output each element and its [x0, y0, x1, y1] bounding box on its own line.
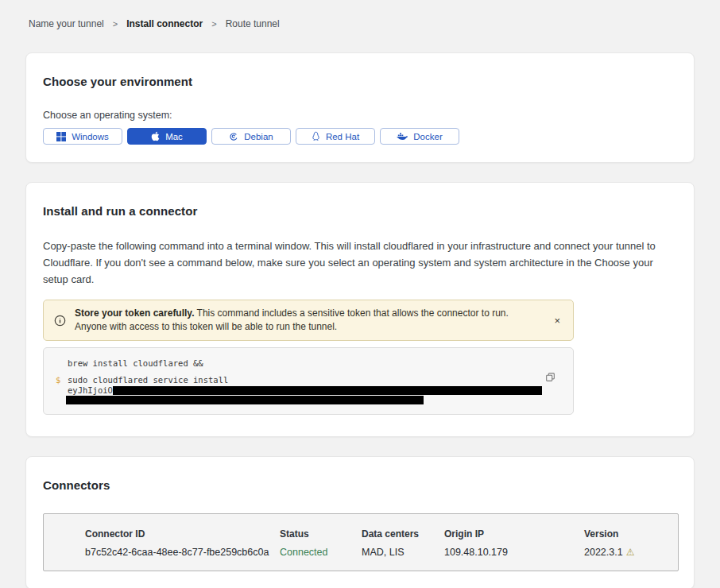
header-connector-id: Connector ID: [85, 526, 280, 542]
os-button-label: Debian: [244, 132, 273, 141]
breadcrumb-step-route-tunnel[interactable]: Route tunnel: [226, 18, 280, 29]
table-row: b7c52c42-6caa-48ee-8c77-fbe259cb6c0a Con…: [85, 544, 678, 560]
connectors-table: Connector ID Status Data centers Origin …: [43, 513, 679, 571]
install-connector-card: Install and run a connector Copy-paste t…: [25, 182, 695, 437]
copy-icon[interactable]: [544, 370, 557, 386]
os-button-mac[interactable]: Mac: [127, 128, 207, 145]
os-button-row: Windows Mac Debian Red Hat: [43, 128, 677, 145]
connectors-card-title: Connectors: [43, 478, 677, 492]
redaction-bar: [113, 386, 542, 395]
token-warning-text: Store your token carefully. This command…: [75, 307, 540, 334]
breadcrumb-step-install-connector[interactable]: Install connector: [126, 18, 203, 29]
header-status: Status: [280, 526, 362, 542]
token-line-redacted: [68, 396, 541, 404]
install-command-code-block: brew install cloudflared && $ sudo cloud…: [43, 347, 574, 415]
os-button-label: Docker: [413, 132, 442, 141]
info-icon: [54, 315, 66, 327]
cell-data-centers: MAD, LIS: [362, 544, 444, 560]
os-button-label: Red Hat: [326, 132, 359, 141]
os-button-redhat[interactable]: Red Hat: [296, 128, 375, 145]
redhat-icon: [312, 131, 320, 141]
docker-icon: [397, 132, 408, 141]
windows-icon: [56, 132, 66, 141]
debian-icon: [229, 132, 238, 141]
breadcrumb-step-name-your-tunnel[interactable]: Name your tunnel: [29, 18, 104, 29]
code-line-brew: brew install cloudflared &&: [68, 358, 541, 369]
header-version: Version: [584, 526, 678, 542]
os-button-docker[interactable]: Docker: [380, 128, 459, 145]
os-button-debian[interactable]: Debian: [211, 128, 291, 145]
apple-icon: [151, 131, 160, 141]
breadcrumb-separator: >: [113, 19, 118, 29]
choose-environment-card: Choose your environment Choose an operat…: [25, 52, 695, 163]
tunnel-setup-page: Name your tunnel > Install connector > R…: [0, 0, 720, 588]
warning-triangle-icon: ⚠: [626, 547, 635, 558]
breadcrumb-separator: >: [211, 19, 216, 29]
close-icon[interactable]: ×: [551, 314, 563, 327]
token-line-redacted: eyJhIjoiO: [68, 386, 541, 395]
environment-card-title: Choose your environment: [43, 75, 677, 88]
redaction-bar: [66, 396, 424, 404]
os-button-label: Windows: [72, 132, 109, 141]
header-data-centers: Data centers: [362, 526, 444, 542]
cell-origin-ip: 109.48.10.179: [444, 544, 584, 560]
os-select-label: Choose an operating system:: [43, 110, 677, 121]
cell-version: 2022.3.1⚠: [584, 544, 678, 560]
connectors-card: Connectors Connector ID Status Data cent…: [25, 456, 695, 588]
os-button-windows[interactable]: Windows: [43, 128, 122, 145]
code-line-service-install: $ sudo cloudflared service install eyJhI…: [68, 375, 541, 404]
os-button-label: Mac: [165, 132, 183, 141]
connectors-table-header: Connector ID Status Data centers Origin …: [85, 526, 678, 542]
installer-description: Copy-paste the following command into a …: [43, 238, 675, 288]
status-badge: Connected: [280, 544, 362, 560]
token-warning-bold: Store your token carefully.: [75, 308, 195, 319]
header-origin-ip: Origin IP: [444, 526, 584, 542]
breadcrumb: Name your tunnel > Install connector > R…: [29, 18, 695, 29]
cell-connector-id: b7c52c42-6caa-48ee-8c77-fbe259cb6c0a: [85, 544, 280, 560]
installer-card-title: Install and run a connector: [43, 204, 677, 218]
token-warning-banner: Store your token carefully. This command…: [43, 300, 574, 341]
shell-prompt: $: [56, 375, 60, 385]
